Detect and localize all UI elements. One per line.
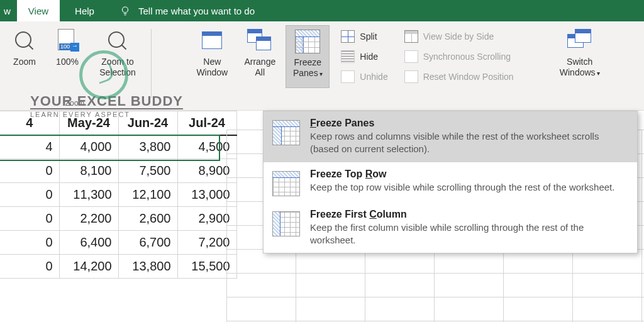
- new-window-icon: [199, 29, 225, 53]
- menu-item-description: Keep the top row visible while scrolling…: [310, 181, 614, 194]
- window-small-buttons-1: Split Hide Unhide: [337, 25, 391, 86]
- zoom-button[interactable]: Zoom: [5, 25, 44, 88]
- view-side-by-side-button: View Side by Side: [401, 28, 545, 45]
- freeze-first-column-icon: [272, 211, 300, 236]
- lightbulb-icon: [119, 5, 131, 16]
- hide-icon: [341, 50, 355, 63]
- col-header-partial[interactable]: 4: [0, 111, 59, 135]
- tab-previous-partial[interactable]: w: [0, 0, 17, 21]
- new-window-button[interactable]: New Window: [190, 25, 234, 88]
- switch-windows-button[interactable]: Switch Windows▾: [553, 25, 607, 88]
- group-window: New Window Arrange All Freeze Panes▾ Spl…: [153, 25, 644, 110]
- freeze-panes-dropdown: Freeze Panes Keep rows and columns visib…: [263, 111, 638, 253]
- arrange-all-button[interactable]: Arrange All: [238, 25, 282, 88]
- tab-help[interactable]: Help: [64, 0, 106, 21]
- zoom-100-button[interactable]: 100 100%: [48, 25, 87, 88]
- reset-window-position-button: Reset Window Position: [401, 68, 545, 86]
- group-zoom: Zoom 100 100% Zoom to Selection Zoom: [0, 25, 150, 110]
- hide-button[interactable]: Hide: [337, 48, 391, 65]
- data-table[interactable]: 4 May-24 Jun-24 Jul-24 44,0003,8004,500 …: [0, 111, 237, 279]
- window-small-buttons-2: View Side by Side Synchronous Scrolling …: [401, 25, 545, 86]
- ribbon-view: Zoom 100 100% Zoom to Selection Zoom New…: [0, 21, 644, 111]
- table-row: 44,0003,8004,500: [0, 135, 236, 159]
- chevron-down-icon: ▾: [319, 70, 323, 77]
- tab-view[interactable]: View: [17, 0, 60, 21]
- ribbon-divider: [151, 29, 152, 98]
- sync-scroll-icon: [404, 50, 418, 63]
- menu-item-freeze-first-column[interactable]: Freeze First Column Keep the first colum…: [264, 203, 637, 253]
- menu-item-title: Freeze Panes: [310, 118, 628, 129]
- header-row: 4 May-24 Jun-24 Jul-24: [0, 111, 236, 135]
- menu-item-freeze-top-row[interactable]: Freeze Top Row Keep the top row visible …: [264, 162, 637, 203]
- split-icon: [341, 30, 355, 43]
- table-row: 08,1007,5008,900: [0, 159, 236, 183]
- menu-item-freeze-panes[interactable]: Freeze Panes Keep rows and columns visib…: [264, 111, 637, 162]
- unhide-icon: [341, 70, 355, 83]
- tell-me-label: Tell me what you want to do: [138, 6, 255, 16]
- unhide-button: Unhide: [337, 68, 391, 86]
- menu-item-title: Freeze First Column: [310, 209, 628, 220]
- tell-me-search[interactable]: Tell me what you want to do: [119, 5, 255, 16]
- col-header[interactable]: Jun-24: [118, 111, 177, 135]
- col-header[interactable]: May-24: [59, 111, 118, 135]
- arrange-all-icon: [247, 29, 272, 53]
- page-100-icon: 100: [55, 29, 79, 53]
- switch-windows-icon: [567, 29, 592, 53]
- menu-item-title: Freeze Top Row: [310, 169, 614, 180]
- magnifier-selection-icon: [107, 30, 128, 52]
- menu-item-description: Keep rows and columns visible while the …: [310, 130, 628, 156]
- synchronous-scrolling-button: Synchronous Scrolling: [401, 48, 545, 65]
- freeze-panes-option-icon: [272, 120, 300, 145]
- table-row: 014,20013,80015,500: [0, 255, 236, 279]
- menu-item-description: Keep the first column visible while scro…: [310, 221, 628, 247]
- freeze-panes-button[interactable]: Freeze Panes▾: [286, 25, 330, 88]
- split-button[interactable]: Split: [337, 28, 391, 45]
- ribbon-tabs: w View Help Tell me what you want to do: [0, 0, 644, 21]
- table-row: 02,2002,6002,900: [0, 207, 236, 231]
- chevron-down-icon: ▾: [597, 70, 600, 77]
- zoom-to-selection-button[interactable]: Zoom to Selection: [91, 25, 145, 88]
- group-label-zoom: Zoom: [0, 99, 150, 108]
- magnifier-icon: [14, 30, 35, 52]
- side-by-side-icon: [404, 30, 418, 43]
- freeze-top-row-icon: [272, 171, 300, 196]
- svg-point-0: [122, 7, 128, 13]
- table-row: 011,30012,10013,000: [0, 183, 236, 207]
- reset-position-icon: [404, 70, 418, 83]
- table-row: 06,4006,7007,200: [0, 231, 236, 255]
- freeze-panes-icon: [295, 30, 320, 53]
